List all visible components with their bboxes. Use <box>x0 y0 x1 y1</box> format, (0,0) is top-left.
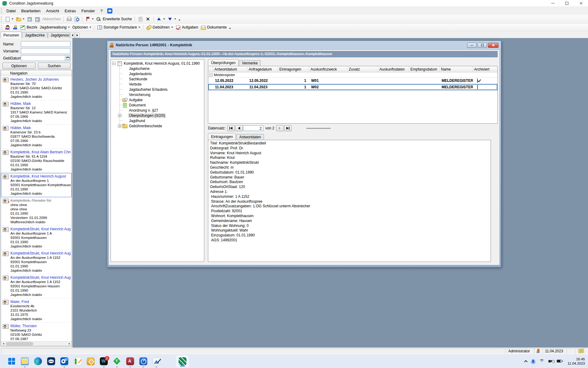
splitter-handle[interactable] <box>306 128 331 129</box>
toolbar-arrow-up-icon[interactable] <box>155 16 166 22</box>
child-minimize-button[interactable] <box>467 43 477 48</box>
teamviewer-menu-icon[interactable] <box>107 8 112 13</box>
menu-item-datei[interactable]: Datei <box>4 8 18 14</box>
tab-scroll-left-button[interactable] <box>70 33 75 38</box>
column-header-eintragungen[interactable]: Eintragungen <box>278 66 309 72</box>
speaker-icon[interactable] <box>548 360 551 362</box>
tab-personen[interactable]: Personen <box>1 32 22 38</box>
taskbar-slot-journal-icon[interactable] <box>71 354 84 368</box>
taskbar-slot-access-icon[interactable] <box>123 354 137 368</box>
table-row[interactable]: 12.05.202212.05.20221W01MELDEREGISTER <box>208 78 497 84</box>
scroll-right-button[interactable] <box>67 342 72 346</box>
list-item[interactable]: KomplettnikStrukt, Knut Heinrich AuguAn … <box>1 226 72 250</box>
tree-item[interactable]: Jagdscheine <box>111 66 204 71</box>
formbar-optionen[interactable]: Optionen <box>71 25 92 30</box>
taskbar-slot-edge-icon[interactable] <box>31 354 44 368</box>
maximize-button[interactable] <box>560 0 574 6</box>
record-number-field[interactable]: 2 <box>243 125 263 131</box>
formbar-fees-icon[interactable]: Gebühren <box>145 24 174 30</box>
formbar-documents-icon[interactable]: Dokumente <box>199 24 228 30</box>
toolbar-overflow-button[interactable] <box>179 16 182 22</box>
group-collapse-icon[interactable] <box>209 73 213 77</box>
tree-item[interactable]: Überprüfungen (0/2/0) <box>111 113 204 118</box>
column-header-archiviert[interactable]: Archiviert <box>473 66 496 72</box>
column-header-auskunftsdaten[interactable]: Auskunftsdaten <box>378 66 409 72</box>
child-close-button[interactable] <box>488 43 499 48</box>
navigation-header[interactable]: Navigation <box>1 70 72 76</box>
formbar-person-search-icon[interactable] <box>4 24 11 30</box>
toolbar-advanced-search-icon[interactable]: Erweiterte Suche <box>95 16 133 22</box>
toolbar-arrow-down-icon[interactable] <box>166 16 177 22</box>
column-header-auskunftszweck[interactable]: Auskunftszweck <box>309 66 348 72</box>
list-item[interactable]: Komplettnik, Knut Alwin Bertram ChristBa… <box>1 149 72 173</box>
taskbar-slot-ie-blue-icon[interactable] <box>137 354 150 368</box>
menu-item-bearbeiten[interactable]: Bearbeiten <box>18 8 43 14</box>
list-item[interactable]: Komplettnik, Knut Heinrich AugustAn der … <box>1 173 72 197</box>
tab-vermerke[interactable]: Vermerke <box>239 60 261 66</box>
toolbar-grip[interactable] <box>1 25 2 30</box>
column-header-anfragedatum[interactable]: Anfragedatum <box>247 66 278 72</box>
tree-item[interactable]: Versicherung <box>111 92 204 97</box>
taskbar-slot-photo-editor-icon[interactable] <box>150 354 163 368</box>
menu-item-fenster[interactable]: Fenster <box>79 8 98 14</box>
taskbar-slot-webex-icon[interactable]: 3 <box>97 354 110 368</box>
tab-jagdgenossen[interactable]: Jagdgenossen <box>48 32 70 38</box>
column-header-name[interactable]: Name <box>440 66 473 72</box>
toolbar-delete-icon[interactable] <box>144 16 152 22</box>
tree-item[interactable]: Aufgabe <box>111 97 204 102</box>
taskbar-slot-quality-green-icon[interactable] <box>110 354 123 368</box>
suchen-button[interactable]: Suchen <box>38 63 70 69</box>
navigation-hscrollbar[interactable] <box>1 341 72 346</box>
tab-überprüfungen[interactable]: Überprüfungen <box>208 59 239 66</box>
name-input[interactable] <box>21 41 70 47</box>
person-window-titlebar[interactable]: Natürliche Person 14992001 - Komplettnik <box>107 41 501 49</box>
table-row[interactable]: 11.04.202311.04.20231W02MELDEREGISTER <box>208 84 497 90</box>
scrollbar-thumb[interactable] <box>6 342 33 346</box>
column-header-zusatz[interactable]: Zusatz <box>348 66 378 72</box>
tab-eintragungen[interactable]: Eintragungen <box>208 133 236 140</box>
list-item[interactable]: Müller, ThorstenNeißeweg 2302100 SAKD Gö… <box>1 323 72 341</box>
list-item[interactable]: Hübler, MaikBautzner Str. 121917 SAKD Ka… <box>1 100 72 125</box>
menu-item-ansicht[interactable]: Ansicht <box>43 8 62 14</box>
tab-jagdbezirke[interactable]: Jagdbezirke <box>22 32 47 38</box>
archiviert-checkbox[interactable] <box>477 85 478 89</box>
scroll-left-button[interactable] <box>1 342 6 346</box>
list-item[interactable]: Komplettnik, Theodor Totohne ohneohne oh… <box>1 197 72 226</box>
taskbar-slot-outlook-icon[interactable] <box>58 354 71 368</box>
minimize-button[interactable] <box>546 0 560 6</box>
column-header-empfangsdatum[interactable]: Empfangsdatum <box>409 66 440 72</box>
tree-item[interactable]: Sachkunde <box>111 76 204 82</box>
toolbar-grip[interactable] <box>1 8 2 13</box>
list-item[interactable]: KomplettnikStrukt, Knut Heinrich AuguAn … <box>1 274 72 298</box>
tree-expand-icon[interactable] <box>112 62 115 65</box>
wifi-icon[interactable] <box>539 359 544 363</box>
tree-item[interactable]: Anordnung n. §27 <box>111 108 204 113</box>
tree-expand-icon[interactable] <box>118 114 121 117</box>
child-maximize-button[interactable] <box>477 43 487 48</box>
close-button[interactable] <box>574 0 588 6</box>
tree-item[interactable]: Dokument <box>111 102 204 108</box>
toolbar-abbrechen[interactable]: Abbrechen <box>41 16 62 22</box>
taskbar-slot-file-explorer-icon[interactable] <box>18 354 31 368</box>
toolbar-print-icon[interactable] <box>65 16 73 22</box>
tab-antwortdaten[interactable]: Antwortdaten <box>236 134 264 140</box>
tree-item[interactable]: Jagdaufseher Erlaubnis <box>111 87 204 92</box>
toolbar-open-folder-icon[interactable] <box>15 16 26 22</box>
toolbar-new-document-icon[interactable] <box>4 16 15 22</box>
formbar-person-icon[interactable] <box>11 24 19 30</box>
tree-item[interactable]: Verbote <box>111 82 204 87</box>
list-item[interactable]: Hübler, MaikKamenzer Str. 23 b01877 SAKD… <box>1 125 72 149</box>
tree-item[interactable]: Jagdhund <box>111 118 204 123</box>
column-header-antwortdatum[interactable]: Antwortdatum <box>213 66 247 72</box>
record-next-button[interactable] <box>276 125 284 131</box>
tree-item[interactable]: Jagderlaubnis <box>111 71 204 76</box>
taskbar-slot-teamviewer-icon[interactable] <box>44 354 58 368</box>
toolbar-properties-icon[interactable] <box>137 16 144 22</box>
gebdatum-input[interactable] <box>21 55 70 61</box>
taskbar-slot-vault-gold-icon[interactable] <box>84 354 97 368</box>
toolbar-flag-icon[interactable] <box>84 16 95 22</box>
record-last-button[interactable] <box>284 125 292 131</box>
vorname-input[interactable] <box>21 48 70 54</box>
record-first-button[interactable] <box>227 125 235 131</box>
list-item[interactable]: Maier, FredExistiernicht 4b2101 Wunderli… <box>1 298 72 323</box>
